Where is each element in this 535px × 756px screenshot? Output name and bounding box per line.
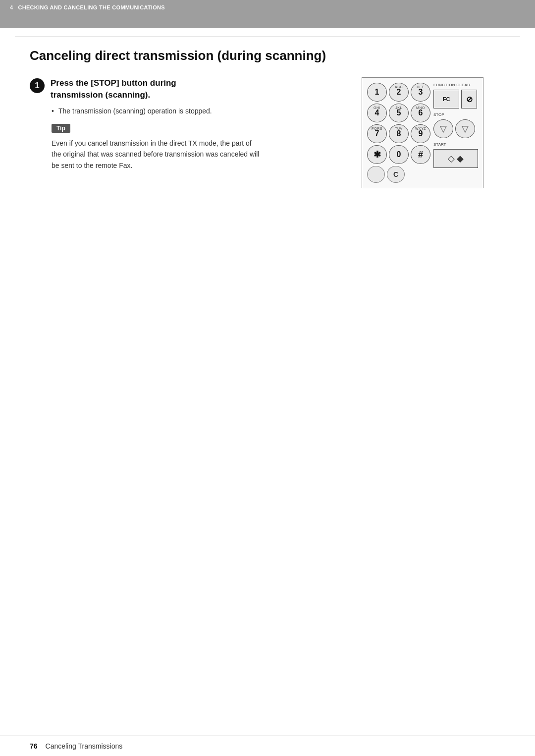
key-5[interactable]: JKL 5 [389, 104, 409, 122]
key-2[interactable]: ABC 2 [389, 83, 409, 102]
stop-label: STOP [433, 112, 478, 117]
step-bullet-item: The transmission (scanning) operation is… [52, 106, 347, 116]
key-8[interactable]: TUV 8 [389, 124, 409, 143]
key-9[interactable]: WXYZ 9 [411, 124, 430, 143]
stop-button-2[interactable]: ▽ [455, 119, 475, 138]
footer-section: Canceling Transmissions [46, 742, 123, 750]
top-divider [15, 37, 520, 37]
key-6[interactable]: MNO 6 [411, 104, 430, 122]
keypad-row-1: 1 ABC 2 DEF 3 [367, 83, 430, 102]
key-c[interactable]: C [387, 166, 405, 183]
keypad-row-3: PQRS 7 TUV 8 WXYZ 9 [367, 124, 430, 143]
page-title: Canceling direct transmission (during sc… [30, 48, 505, 63]
step-left: 1 Press the [STOP] button during transmi… [30, 77, 347, 171]
step-container: 1 Press the [STOP] button during transmi… [30, 77, 505, 188]
function-clear-label: FUNCTION CLEAR [433, 83, 478, 87]
key-1[interactable]: 1 [367, 83, 387, 102]
tip-text: Even if you cancel transmission in the d… [52, 138, 260, 171]
keypad-wrapper: 1 ABC 2 DEF 3 [362, 77, 483, 188]
key-bottom-left[interactable] [367, 166, 385, 183]
header-chapter-text: 4 CHECKING AND CANCELING THE COMMUNICATI… [10, 4, 165, 11]
footer: 76 Canceling Transmissions [0, 736, 535, 756]
slash-button[interactable]: ⊘ [461, 90, 477, 108]
keypad-numpad: 1 ABC 2 DEF 3 [367, 83, 430, 183]
step-title: Press the [STOP] button during transmiss… [51, 77, 176, 101]
start-label: START [433, 142, 478, 147]
keypad-row-4: ✱ 0 # [367, 145, 430, 164]
main-content: Canceling direct transmission (during sc… [0, 48, 535, 228]
header-bar: 4 CHECKING AND CANCELING THE COMMUNICATI… [0, 0, 535, 28]
keypad-row-5: C [367, 166, 430, 183]
key-3[interactable]: DEF 3 [411, 83, 430, 102]
stop-button-1[interactable]: ▽ [433, 119, 453, 138]
key-7[interactable]: PQRS 7 [367, 124, 387, 143]
key-star[interactable]: ✱ [367, 145, 387, 164]
func-row-fc: FC ⊘ [433, 90, 478, 108]
step-bullet-list: The transmission (scanning) operation is… [52, 106, 347, 116]
key-0[interactable]: 0 [389, 145, 409, 164]
func-row-start: ◇ ◆ [433, 149, 478, 168]
fc-button[interactable]: FC [433, 90, 459, 108]
step-number: 1 [30, 78, 45, 93]
keypad-inner: 1 ABC 2 DEF 3 [367, 83, 478, 183]
footer-page-number: 76 [30, 742, 38, 750]
start-buttons[interactable]: ◇ ◆ [433, 149, 478, 168]
step-heading: 1 Press the [STOP] button during transmi… [30, 77, 347, 101]
key-4[interactable]: GHI 4 [367, 104, 387, 122]
key-hash[interactable]: # [411, 145, 430, 164]
keypad-row-2: GHI 4 JKL 5 MNO 6 [367, 104, 430, 122]
tip-label: Tip [52, 124, 70, 133]
func-panel: FUNCTION CLEAR FC ⊘ STOP [433, 83, 478, 183]
func-row-stop: ▽ ▽ [433, 119, 478, 138]
keypad-diagram: 1 ABC 2 DEF 3 [362, 77, 505, 188]
